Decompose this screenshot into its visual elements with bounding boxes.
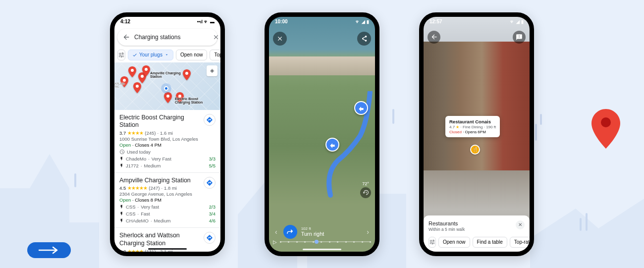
- status-time: 4:12: [120, 19, 130, 24]
- result-name: Ampville Charging Station: [119, 177, 215, 185]
- place-hours: Closed · Opens 6PM: [449, 130, 496, 134]
- bottom-sheet: Restaurants Within a 5 min walk ✕ Open n…: [424, 215, 530, 252]
- clear-icon[interactable]: [213, 33, 219, 41]
- map-pin[interactable]: [183, 69, 191, 80]
- svg-point-1: [131, 69, 134, 72]
- map-label: ATLAN- TIC: [114, 82, 125, 89]
- svg-point-5: [136, 85, 139, 88]
- map-label: Ampville Charging Station: [150, 71, 181, 79]
- chip-top-rated[interactable]: Top rated: [210, 50, 225, 60]
- filter-tune-icon[interactable]: [117, 50, 125, 60]
- result-card[interactable]: Sherlock and Wattson Charging Station 4.…: [114, 228, 220, 256]
- svg-point-4: [145, 68, 148, 71]
- back-icon[interactable]: [122, 33, 130, 41]
- results-list: Electric Boost Charging Station 3.7★★★★(…: [114, 110, 220, 256]
- status-icons: ••ılᯤ▬: [197, 19, 215, 24]
- status-time: 10:00: [275, 19, 288, 24]
- result-name: Sherlock and Wattson Charging Station: [119, 232, 215, 247]
- filter-chips: Your plugs Open now Top rated: [114, 48, 220, 62]
- mic-icon[interactable]: [223, 33, 225, 41]
- result-address: 1000 Sunrise Town Blvd, Los Angeles: [119, 136, 215, 142]
- svg-point-2: [123, 79, 126, 82]
- phone-ar-lens: 12:57 ᯤ◢▮ Restaurant Conais 4.7 ★ · Fine…: [419, 12, 534, 256]
- current-location-dot: [164, 86, 168, 91]
- result-used: Used today: [119, 149, 215, 155]
- feedback-button[interactable]: [513, 31, 526, 44]
- map-pin[interactable]: [142, 65, 150, 76]
- route-turn-icon: [354, 101, 368, 115]
- nav-instruction: ‹ 102 ftTurn right ›: [273, 225, 371, 239]
- back-button[interactable]: [428, 31, 440, 44]
- svg-point-7: [166, 95, 169, 98]
- result-name: Electric Boost Charging Station: [119, 114, 215, 129]
- play-icon[interactable]: ▷: [273, 239, 277, 245]
- close-button[interactable]: [273, 32, 287, 46]
- result-card[interactable]: Electric Boost Charging Station 3.7★★★★(…: [114, 110, 220, 173]
- map-pin[interactable]: [128, 66, 136, 77]
- next-step-icon[interactable]: ›: [365, 226, 371, 238]
- chip-top-rated[interactable]: Top-rated: [510, 237, 534, 248]
- place-info-card[interactable]: Restaurant Conais 4.7 ★ · Fine Dining · …: [445, 116, 500, 137]
- connector-row: J1772 · Medium5/5: [119, 163, 215, 168]
- status-bar: 4:12 ••ılᯤ▬: [114, 17, 220, 27]
- directions-button[interactable]: [204, 114, 215, 126]
- search-input[interactable]: [134, 34, 209, 41]
- phone-charging-search: 4:12 ••ılᯤ▬ Your plugs Open now Top rate…: [110, 12, 225, 256]
- route-turn-icon: [325, 138, 339, 152]
- map-pin[interactable]: [133, 82, 141, 93]
- search-bar[interactable]: [117, 29, 217, 46]
- svg-point-6: [185, 72, 188, 75]
- status-time: 12:57: [429, 19, 442, 24]
- map-pin[interactable]: [164, 92, 172, 103]
- home-indicator: [148, 248, 187, 250]
- turn-icon: [283, 225, 297, 239]
- sheet-close-icon[interactable]: ✕: [516, 220, 525, 229]
- map-preview[interactable]: Ampville Charging Station Electric Boost…: [114, 62, 220, 110]
- sheet-filter-chips: Open now Find a table Top-rated More: [429, 237, 525, 248]
- status-icons: ᯤ◢▮: [356, 19, 369, 24]
- result-rating: 4.5★★★★★(247)·1.8 mi: [119, 185, 215, 191]
- status-bar: 12:57 ᯤ◢▮: [424, 17, 530, 27]
- filter-tune-icon[interactable]: [429, 237, 436, 248]
- chip-open-now[interactable]: Open now: [176, 50, 208, 60]
- result-card[interactable]: Ampville Charging Station 4.5★★★★★(247)·…: [114, 173, 220, 228]
- map-label: Electric Boost Charging Station: [175, 97, 203, 105]
- place-name: Restaurant Conais: [449, 119, 496, 124]
- place-rating: 4.7 ★ · Fine Dining · 190 ft: [449, 125, 496, 129]
- share-button[interactable]: [357, 32, 371, 46]
- result-hours: Open · Closes 4 PM: [119, 142, 215, 148]
- result-address: 200 N Magic Lane Blvd, Los Angeles: [119, 255, 215, 256]
- sheet-subtitle: Within a 5 min walk: [429, 227, 465, 232]
- layers-button[interactable]: ◈: [207, 65, 217, 76]
- sheet-title: Restaurants: [429, 220, 465, 226]
- prev-step-icon[interactable]: ‹: [273, 226, 279, 238]
- directions-button[interactable]: [204, 177, 215, 189]
- home-indicator: [303, 249, 341, 250]
- status-bar: 10:00 ᯤ◢▮: [269, 17, 375, 27]
- chip-open-now[interactable]: Open now: [438, 237, 470, 248]
- connector-row: CHAdeMO · Medium4/6: [119, 218, 215, 223]
- connector-row: ChadeMo · Very Fast3/3: [119, 156, 215, 161]
- chip-find-table[interactable]: Find a table: [473, 237, 507, 248]
- phone-immersive-view: 10:00 ᯤ◢▮ 72° ‹ 102 ftTurn right › ▷: [265, 12, 379, 256]
- chip-your-plugs[interactable]: Your plugs: [128, 50, 173, 60]
- connector-row: CSS · Very fast2/3: [119, 204, 215, 210]
- status-icons: ᯤ◢▮: [510, 19, 524, 24]
- result-hours: Open · Closes 8 PM: [119, 197, 215, 203]
- connector-row: CSS · Fast3/4: [119, 211, 215, 216]
- result-rating: 3.7★★★★(245)·1.6 mi: [119, 130, 215, 136]
- poi-marker-icon[interactable]: 🍴: [470, 145, 480, 155]
- timeline-scrubber[interactable]: ▷: [273, 239, 371, 245]
- result-address: 2304 George Avenue, Los Angeles: [119, 191, 215, 197]
